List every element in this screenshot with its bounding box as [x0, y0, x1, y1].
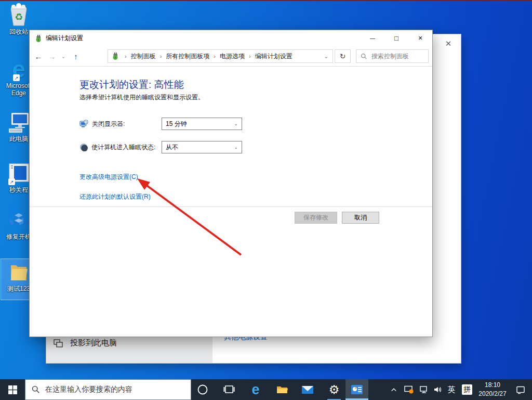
- screenshot-top-edge-artifact: [0, 0, 532, 1]
- gear-icon: ⚙: [329, 384, 340, 396]
- desktop-icon-label: 测试123: [7, 285, 30, 292]
- save-changes-button[interactable]: 保存修改: [295, 212, 337, 224]
- display-off-row: 关闭显示器:: [79, 118, 125, 130]
- start-button[interactable]: [0, 379, 25, 400]
- chevron-down-icon: ⌄: [234, 121, 238, 126]
- breadcrumb-separator: ›: [246, 53, 254, 59]
- sleep-value: 从不: [166, 143, 178, 152]
- notification-icon: [516, 385, 525, 394]
- task-view-button[interactable]: [219, 379, 240, 400]
- this-pc-icon: [7, 110, 30, 134]
- edit-plan-settings-window: 编辑计划设置 — □ ✕ ← → ⌄ ↑ › 控制面板 › 所有控制面板项 ›: [29, 30, 433, 337]
- mail-icon: [301, 385, 314, 395]
- breadcrumb-control-panel[interactable]: 控制面板: [130, 52, 157, 61]
- task-view-icon: [223, 384, 235, 395]
- tray-network-icon[interactable]: [417, 379, 431, 400]
- taskbar-active-app-button[interactable]: [345, 379, 368, 400]
- control-panel-search[interactable]: 搜索控制面板: [356, 49, 429, 63]
- folder-icon: [276, 384, 288, 395]
- desktop-icon-label: 修复开机: [6, 233, 31, 240]
- shortcut-arrow-icon: ↗: [13, 74, 20, 81]
- taskbar-settings-button[interactable]: ⚙: [324, 379, 344, 400]
- back-button[interactable]: ←: [32, 46, 45, 66]
- network-icon: [419, 385, 429, 394]
- app-window-icon: ↗: [7, 161, 30, 185]
- up-button[interactable]: ↑: [69, 46, 83, 66]
- folder-icon: [7, 260, 30, 284]
- maximize-button[interactable]: □: [384, 30, 408, 46]
- ime-icon: 拼: [462, 384, 472, 395]
- ime-label: 拼: [463, 385, 471, 394]
- breadcrumb-all-items[interactable]: 所有控制面板项: [165, 52, 210, 61]
- tray-ime-indicator[interactable]: 拼: [460, 379, 474, 400]
- power-options-icon: [34, 34, 43, 43]
- breadcrumb-edit-plan[interactable]: 编辑计划设置: [254, 52, 294, 61]
- taskbar-explorer-button[interactable]: [272, 379, 292, 400]
- desktop-icon-label: 此电脑: [9, 135, 28, 143]
- search-placeholder: 搜索控制面板: [371, 52, 409, 61]
- clock-time: 18:10: [478, 381, 506, 390]
- dialog-title: 编辑计划设置: [46, 34, 83, 43]
- restore-defaults-link[interactable]: 还原此计划的默认设置(R): [79, 192, 151, 201]
- breadcrumb-separator: ›: [210, 53, 219, 59]
- taskbar-edge-button[interactable]: e: [245, 379, 266, 400]
- refresh-button[interactable]: ↻: [335, 49, 351, 63]
- display-off-label: 关闭显示器:: [92, 120, 125, 128]
- display-off-select[interactable]: 15 分钟 ⌄: [162, 118, 242, 130]
- sidebar-item-project-to-pc[interactable]: 投影到此电脑: [54, 338, 117, 348]
- dialog-titlebar[interactable]: 编辑计划设置 — □ ✕: [30, 30, 432, 46]
- recycle-symbol-glyph: ♻: [15, 12, 23, 22]
- language-label: 英: [448, 385, 456, 395]
- page-title: 更改计划的设置: 高性能: [79, 78, 184, 92]
- edge-icon: e ↗: [12, 57, 25, 81]
- taskbar: 在这里输入你要搜索的内容 e ⚙: [0, 379, 532, 400]
- tray-language-indicator[interactable]: 英: [445, 379, 458, 400]
- advanced-power-settings-link[interactable]: 更改高级电源设置(C): [79, 173, 138, 182]
- breadcrumb-separator: ›: [157, 53, 165, 59]
- chevron-up-icon: [390, 386, 397, 393]
- tray-clock[interactable]: 18:10 2020/2/27: [475, 379, 510, 400]
- control-panel-icon: [351, 384, 363, 395]
- recycle-bin-icon: ♻: [7, 3, 30, 27]
- desktop-icon-label: 秒关程: [9, 186, 28, 193]
- search-icon: [32, 385, 40, 394]
- search-icon: [361, 53, 367, 60]
- taskbar-search-placeholder: 在这里输入你要搜索的内容: [45, 385, 132, 394]
- breadcrumb-power-options[interactable]: 电源选项: [219, 52, 246, 61]
- tray-volume-icon[interactable]: [430, 379, 446, 400]
- sleep-moon-icon: [79, 143, 88, 151]
- clock-date: 2020/2/27: [478, 390, 506, 398]
- project-screens-icon: [54, 339, 63, 347]
- registry-cubes-icon: [7, 208, 30, 232]
- power-options-icon: [111, 52, 119, 60]
- cancel-button[interactable]: 取消: [342, 212, 379, 224]
- cortana-icon: [197, 384, 208, 395]
- cast-screen-icon: [404, 385, 414, 394]
- page-subtitle: 选择希望计算机使用的睡眠设置和显示设置。: [79, 93, 204, 102]
- taskbar-search-box[interactable]: 在这里输入你要搜索的内容: [25, 379, 191, 400]
- shortcut-arrow-icon: ↗: [8, 178, 15, 185]
- edge-icon: e: [251, 383, 259, 397]
- sleep-select[interactable]: 从不 ⌄: [162, 141, 242, 153]
- tray-show-hidden-button[interactable]: [387, 379, 401, 400]
- display-off-value: 15 分钟: [166, 120, 187, 128]
- desktop-icon-label: 回收站: [9, 28, 28, 35]
- forward-button[interactable]: →: [45, 46, 59, 66]
- history-dropdown[interactable]: ⌄: [59, 46, 68, 66]
- action-center-button[interactable]: [511, 379, 530, 400]
- dialog-toolbar: ← → ⌄ ↑ › 控制面板 › 所有控制面板项 › 电源选项 › 编辑计划设置…: [30, 46, 432, 67]
- address-bar[interactable]: › 控制面板 › 所有控制面板项 › 电源选项 › 编辑计划设置 ⌄: [108, 49, 333, 63]
- close-button[interactable]: ✕: [408, 30, 432, 46]
- speaker-icon: [433, 385, 443, 394]
- settings-close-button[interactable]: ✕: [443, 38, 454, 49]
- sleep-label: 使计算机进入睡眠状态:: [91, 143, 155, 152]
- separator: [30, 207, 432, 207]
- tray-cast-status[interactable]: [401, 379, 417, 400]
- address-dropdown-chevron[interactable]: ⌄: [324, 54, 332, 59]
- minimize-button[interactable]: —: [361, 30, 384, 46]
- display-timeout-icon: [79, 120, 88, 128]
- taskbar-mail-button[interactable]: [297, 379, 318, 400]
- sidebar-item-label: 投影到此电脑: [70, 338, 117, 348]
- windows-logo-icon: [8, 385, 17, 394]
- cortana-button[interactable]: [192, 379, 213, 400]
